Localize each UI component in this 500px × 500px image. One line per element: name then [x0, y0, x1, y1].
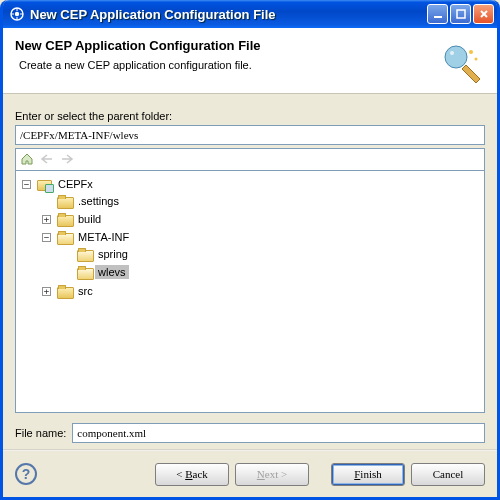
banner-subtitle: Create a new CEP application configurati… — [19, 59, 437, 71]
tree-label: src — [75, 284, 96, 298]
parent-folder-label: Enter or select the parent folder: — [15, 110, 485, 122]
forward-arrow-icon — [60, 153, 74, 167]
svg-point-11 — [450, 51, 454, 55]
tree-nav-toolbar — [15, 148, 485, 170]
folder-open-icon — [77, 248, 92, 261]
tree-label: CEPFx — [55, 177, 96, 191]
filename-label: File name: — [15, 427, 66, 439]
folder-open-icon — [57, 231, 72, 244]
folder-icon — [57, 195, 72, 208]
spacer-icon — [62, 250, 71, 259]
tree-node-metainf[interactable]: − META-INF — [42, 229, 480, 245]
wizard-icon — [437, 38, 485, 86]
close-button[interactable] — [473, 4, 494, 24]
window-title: New CEP Application Configuration File — [30, 7, 427, 22]
maximize-button[interactable] — [450, 4, 471, 24]
window-controls — [427, 4, 494, 24]
tree-label: .settings — [75, 194, 122, 208]
next-button: Next > — [235, 463, 309, 486]
folder-icon — [57, 285, 72, 298]
back-button[interactable]: < Back — [155, 463, 229, 486]
spacer-icon — [62, 268, 71, 277]
filename-input[interactable] — [72, 423, 485, 443]
expand-icon[interactable]: + — [42, 215, 51, 224]
titlebar[interactable]: New CEP Application Configuration File — [3, 0, 497, 28]
collapse-icon[interactable]: − — [22, 180, 31, 189]
tree-node-settings[interactable]: .settings — [42, 193, 480, 209]
svg-point-13 — [475, 58, 478, 61]
tree-node-wlevs[interactable]: wlevs — [62, 264, 480, 280]
svg-point-12 — [469, 50, 473, 54]
folder-tree[interactable]: − CEPFx .settings + build — [15, 170, 485, 413]
spacer-icon — [42, 197, 51, 206]
minimize-button[interactable] — [427, 4, 448, 24]
button-bar: ? < Back Next > Finish Cancel — [3, 451, 497, 497]
help-icon[interactable]: ? — [15, 463, 37, 485]
wizard-banner: New CEP Application Configuration File C… — [3, 28, 497, 94]
svg-point-10 — [445, 46, 467, 68]
expand-icon[interactable]: + — [42, 287, 51, 296]
folder-icon — [57, 213, 72, 226]
home-icon[interactable] — [20, 152, 34, 168]
tree-node-build[interactable]: + build — [42, 211, 480, 227]
svg-rect-7 — [457, 10, 465, 18]
svg-rect-6 — [434, 16, 442, 18]
project-folder-icon — [37, 178, 52, 191]
tree-label-selected: wlevs — [95, 265, 129, 279]
wizard-body: Enter or select the parent folder: − CEP… — [3, 94, 497, 449]
tree-label: build — [75, 212, 104, 226]
tree-node-spring[interactable]: spring — [62, 246, 480, 262]
folder-open-icon — [77, 266, 92, 279]
tree-label: spring — [95, 247, 131, 261]
dialog-window: New CEP Application Configuration File N… — [0, 0, 500, 500]
banner-title: New CEP Application Configuration File — [15, 38, 437, 53]
svg-point-1 — [15, 12, 19, 16]
tree-node-src[interactable]: + src — [42, 283, 480, 299]
tree-node-cepfx[interactable]: − CEPFx — [22, 176, 480, 192]
cancel-button[interactable]: Cancel — [411, 463, 485, 486]
back-arrow-icon — [40, 153, 54, 167]
tree-label: META-INF — [75, 230, 132, 244]
finish-button[interactable]: Finish — [331, 463, 405, 486]
collapse-icon[interactable]: − — [42, 233, 51, 242]
app-icon — [9, 6, 25, 22]
parent-folder-input[interactable] — [15, 125, 485, 145]
